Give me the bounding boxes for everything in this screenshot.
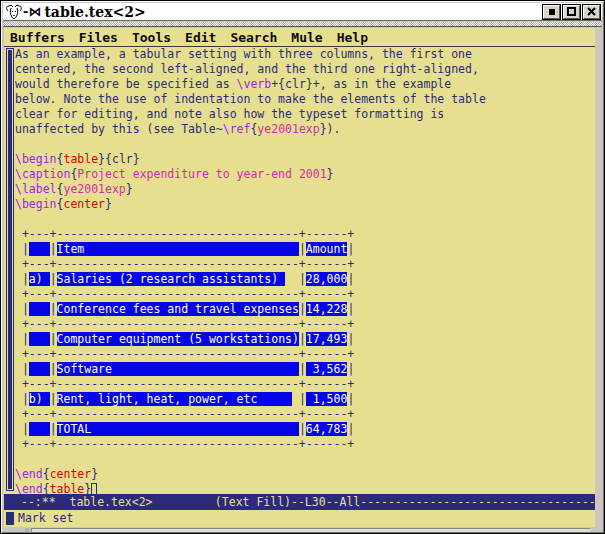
buffer-line: clear for editing, and note also how the… [15,107,595,122]
mode-line[interactable]: --:** table.tex<2> (Text Fill)--L30--All… [4,494,595,510]
table-cell-highlight [29,332,50,346]
text-segment: { [43,482,50,494]
text-segment: \ref [223,122,251,136]
buffer-line: \begin{center} [15,197,595,212]
text-segment: | [15,272,29,286]
buffer-line: +---+-----------------------------------… [15,287,595,302]
table-cell-highlight: 64,783 [306,422,348,436]
editor-pane: As an example, a tabular setting with th… [4,47,595,494]
text-segment: { [43,467,50,481]
text-segment: | [299,242,306,256]
minibuffer-scrollbar-track [4,512,15,525]
minibuffer[interactable]: Mark set [4,510,595,527]
buffer-line: unaffected by this (see Table~\ref{ye200… [15,122,595,137]
table-cell-highlight [29,362,50,376]
text-segment: ye2001exp [63,182,125,196]
table-cell-highlight: TOTAL [57,422,299,436]
buffer-line: \caption{Project expenditure to year-end… [15,167,595,182]
menu-item-files[interactable]: Files [79,30,118,45]
buffer-line: | |Software | 3,562| [15,362,595,377]
table-cell-highlight: Amount [306,242,348,256]
text-segment: | [50,332,57,346]
menu-item-mule[interactable]: Mule [291,30,322,45]
buffer-line: \begin{table}{clr} [15,152,595,167]
close-button[interactable] [583,5,600,19]
scrollbar-thumb[interactable] [6,48,14,491]
text-segment: | [50,392,57,406]
text-segment: +---+-----------------------------------… [15,437,354,451]
buffer-line: +---+-----------------------------------… [15,407,595,422]
text-segment: | [50,362,57,376]
text-segment: }{clr} [98,152,140,166]
menu-item-tools[interactable]: Tools [132,30,171,45]
text-segment: +---+-----------------------------------… [15,257,354,271]
close-icon [587,7,596,16]
gnu-emacs-icon [5,4,23,20]
text-segment: \label [15,182,57,196]
scrollbar-track[interactable] [4,47,15,494]
menu-item-search[interactable]: Search [230,30,277,45]
table-cell-highlight [29,302,50,316]
buffer-line: \label{ye2001exp} [15,182,595,197]
window-menu-glyph: -⋈ [23,4,41,19]
buffer-line: \end{center} [15,467,595,482]
text-segment: | [15,242,29,256]
text-segment: ye2001exp [257,122,319,136]
menu-item-buffers[interactable]: Buffers [10,30,65,45]
text-segment: \end [15,467,43,481]
text-segment: | [347,272,354,286]
text-segment: As an example, a tabular setting with th… [15,47,472,61]
buffer-line: +---+-----------------------------------… [15,227,595,242]
text-segment: \verb [237,77,272,91]
buffer-line: |b) |Rent, light, heat, power, etc | 1,5… [15,392,595,407]
text-segment: | [50,422,57,436]
text-segment: | [15,302,29,316]
text-segment: | [50,272,57,286]
text-segment: \caption [15,167,70,181]
frame-dither-strip [3,22,602,27]
text-segment: centered, the second left-aligned, and t… [15,62,479,76]
table-cell-highlight: Software [57,362,299,376]
text-segment: +---+-----------------------------------… [15,287,354,301]
text-segment: }). [320,122,341,136]
text-segment: \begin [15,197,57,211]
buffer-line [15,212,595,227]
text-segment: | [347,362,354,376]
buffer-line: +---+-----------------------------------… [15,347,595,362]
text-segment: | [347,392,354,406]
minimize-button[interactable] [543,5,560,19]
text-segment: table [63,152,98,166]
text-segment: | [347,332,354,346]
buffer-line: \end{table} [15,482,595,494]
emacs-window: -⋈ table.tex<2> BuffersFilesToolsEditSea… [0,0,605,534]
text-segment: | [299,302,306,316]
buffer-line: |a) |Salaries (2 research assistants) |2… [15,272,595,287]
menu-bar: BuffersFilesToolsEditSearchMuleHelp [4,28,595,47]
table-cell-highlight [29,242,50,256]
maximize-button[interactable] [563,5,580,19]
text-segment: | [299,422,306,436]
buffer-line: +---+-----------------------------------… [15,257,595,272]
text-segment: | [15,422,29,436]
title-bar[interactable]: -⋈ table.tex<2> [3,3,602,21]
text-area[interactable]: As an example, a tabular setting with th… [15,47,595,494]
table-cell-highlight [29,422,50,436]
text-segment: center [63,197,105,211]
table-cell-highlight: a) [29,272,50,286]
text-segment: | [15,392,29,406]
frame-bottom-notch [25,528,29,532]
frame-bottom-groove[interactable] [31,528,590,532]
text-segment: | [50,302,57,316]
text-cursor [91,483,97,494]
text-segment: | [285,272,306,286]
menu-item-edit[interactable]: Edit [185,30,216,45]
text-segment: | [299,332,306,346]
text-segment: } [126,182,133,196]
table-cell-highlight: Salaries (2 research assistants) [57,272,285,286]
table-cell-highlight: 1,500 [306,392,348,406]
table-cell-highlight: 3,562 [306,362,348,376]
menu-item-help[interactable]: Help [337,30,368,45]
text-segment: | [299,362,306,376]
buffer-line: As an example, a tabular setting with th… [15,47,595,62]
buffer-line: | |TOTAL |64,783| [15,422,595,437]
